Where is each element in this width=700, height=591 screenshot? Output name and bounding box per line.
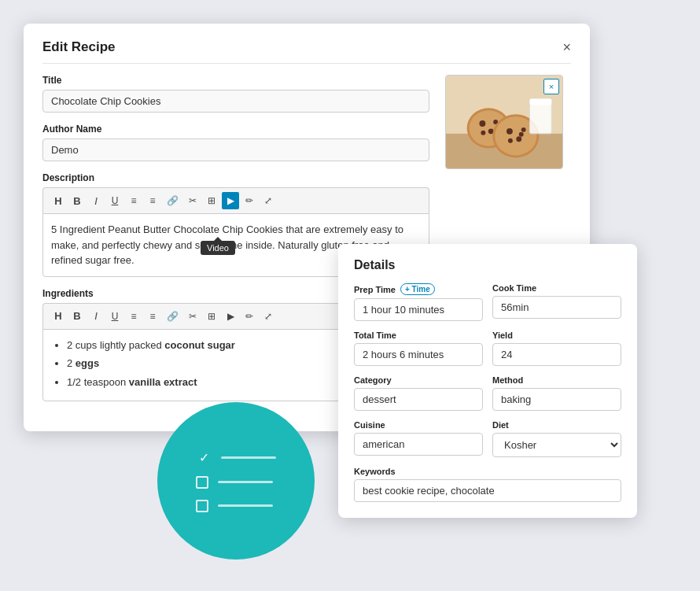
prep-time-field: Prep Time + Time: [354, 283, 483, 321]
toolbar-heading-btn[interactable]: H: [50, 192, 67, 209]
check-line-1: [221, 456, 276, 459]
details-panel: Details Prep Time + Time Cook Time Total…: [338, 244, 637, 518]
title-input[interactable]: [42, 90, 429, 113]
cook-time-label: Cook Time: [492, 283, 621, 293]
method-input[interactable]: [492, 388, 621, 411]
diet-label: Diet: [492, 420, 621, 430]
ing-toolbar-underline-btn[interactable]: U: [106, 308, 123, 325]
toolbar-unordered-list-btn[interactable]: ≡: [125, 192, 142, 209]
cuisine-input[interactable]: [354, 433, 483, 456]
cook-time-input[interactable]: [492, 296, 621, 319]
total-time-label: Total Time: [354, 331, 483, 340]
total-time-field: Total Time: [354, 331, 483, 366]
svg-point-7: [481, 131, 485, 135]
toolbar-ordered-list-btn[interactable]: ≡: [144, 192, 161, 209]
diet-select[interactable]: Kosher Vegan Vegetarian Gluten Free Dair…: [492, 433, 621, 457]
keywords-input[interactable]: [354, 479, 621, 502]
checklist-row-1: ✓: [196, 450, 276, 465]
ing-toolbar-link-btn[interactable]: 🔗: [163, 308, 182, 325]
teal-circle-decoration: ✓: [157, 402, 315, 560]
details-grid: Prep Time + Time Cook Time Total Time Yi…: [354, 283, 621, 457]
cuisine-label: Cuisine: [354, 420, 483, 430]
panel-close-button[interactable]: ×: [562, 40, 571, 54]
method-field: Method: [492, 375, 621, 411]
ing-toolbar-edit-btn[interactable]: ✏: [241, 308, 258, 325]
checklist-row-3: [196, 500, 276, 512]
yield-field: Yield: [492, 331, 621, 366]
svg-point-12: [521, 127, 526, 132]
toolbar-expand-btn[interactable]: ⤢: [260, 192, 277, 209]
cook-time-field: Cook Time: [492, 283, 621, 321]
ing-toolbar-heading-btn[interactable]: H: [50, 308, 67, 325]
ing-toolbar-video-btn[interactable]: ▶: [222, 308, 239, 325]
description-toolbar: H B I U ≡ ≡ 🔗 ✂ ⊞ ▶ ✏ ⤢: [42, 187, 429, 213]
category-field: Category: [354, 375, 483, 411]
check-line-3: [218, 504, 273, 507]
method-label: Method: [492, 375, 621, 385]
svg-point-14: [519, 132, 524, 137]
svg-point-10: [507, 128, 513, 135]
ing-toolbar-unordered-list-btn[interactable]: ≡: [125, 308, 142, 325]
svg-point-13: [508, 139, 513, 143]
diet-field: Diet Kosher Vegan Vegetarian Gluten Free…: [492, 420, 621, 457]
ing-toolbar-image-btn[interactable]: ⊞: [203, 308, 220, 325]
ing-toolbar-bold-btn[interactable]: B: [68, 308, 86, 325]
details-title: Details: [354, 258, 621, 272]
toolbar-image-btn[interactable]: ⊞: [203, 192, 220, 209]
checkmark-icon: ✓: [196, 450, 212, 465]
svg-point-11: [516, 136, 521, 142]
ing-toolbar-expand-btn[interactable]: ⤢: [260, 308, 277, 325]
prep-time-input[interactable]: [354, 298, 483, 321]
toolbar-italic-btn[interactable]: I: [87, 192, 105, 209]
keywords-field: Keywords: [354, 467, 621, 502]
toolbar-link-btn[interactable]: 🔗: [163, 192, 182, 209]
checkbox-icon-1: [196, 476, 208, 489]
author-field-group: Author Name: [42, 124, 429, 161]
prep-time-label: Prep Time + Time: [354, 283, 483, 295]
toolbar-bold-btn[interactable]: B: [68, 192, 86, 209]
description-label: Description: [42, 172, 429, 183]
yield-input[interactable]: [492, 343, 621, 366]
video-tooltip: Video: [201, 241, 235, 255]
checkbox-icon-2: [196, 500, 208, 512]
ing-toolbar-cut-btn[interactable]: ✂: [184, 308, 201, 325]
checklist-icon: ✓: [196, 450, 276, 512]
ing-toolbar-italic-btn[interactable]: I: [87, 308, 105, 325]
author-input[interactable]: [42, 139, 429, 161]
title-label: Title: [42, 75, 429, 86]
cuisine-field: Cuisine: [354, 420, 483, 457]
toolbar-video-btn[interactable]: ▶: [222, 192, 239, 209]
keywords-label: Keywords: [354, 467, 621, 476]
svg-rect-16: [530, 98, 552, 105]
checklist-row-2: [196, 476, 276, 489]
svg-point-4: [479, 120, 485, 127]
add-time-badge[interactable]: + Time: [400, 283, 435, 295]
toolbar-edit-btn[interactable]: ✏: [241, 192, 258, 209]
toolbar-underline-btn[interactable]: U: [106, 192, 123, 209]
panel-header: Edit Recipe ×: [42, 39, 571, 64]
recipe-image-box: ×: [445, 75, 563, 169]
toolbar-cut-btn[interactable]: ✂: [184, 192, 201, 209]
title-field-group: Title: [42, 75, 429, 113]
category-input[interactable]: [354, 388, 483, 411]
check-line-2: [218, 481, 273, 483]
category-label: Category: [354, 375, 483, 385]
image-close-button[interactable]: ×: [543, 79, 559, 94]
panel-title: Edit Recipe: [42, 39, 116, 55]
total-time-input[interactable]: [354, 343, 483, 366]
yield-label: Yield: [492, 331, 621, 340]
ing-toolbar-ordered-list-btn[interactable]: ≡: [144, 308, 161, 325]
author-label: Author Name: [42, 124, 429, 135]
